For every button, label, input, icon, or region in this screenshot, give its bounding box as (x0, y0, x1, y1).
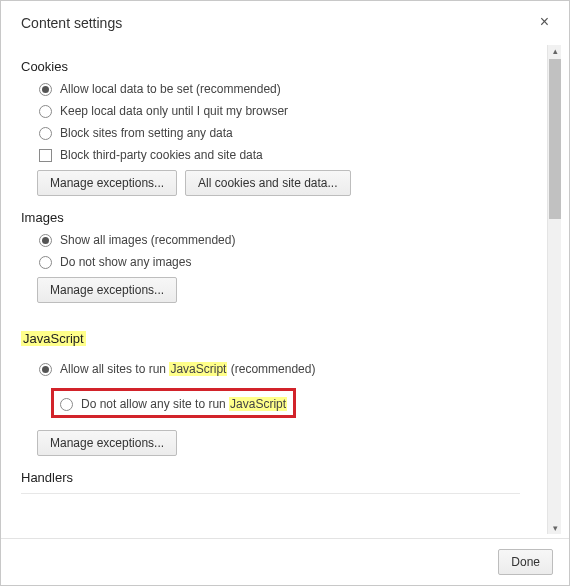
highlight: JavaScript (229, 397, 287, 411)
manage-exceptions-button[interactable]: Manage exceptions... (37, 170, 177, 196)
divider (21, 493, 520, 494)
scroll-up-icon[interactable]: ▴ (548, 44, 562, 58)
radio-icon (39, 363, 52, 376)
javascript-option-allow[interactable]: Allow all sites to run JavaScript (recom… (39, 362, 541, 376)
all-cookies-data-button[interactable]: All cookies and site data... (185, 170, 350, 196)
radio-icon (39, 256, 52, 269)
text: (recommended) (227, 362, 315, 376)
option-label: Do not show any images (60, 255, 191, 269)
option-label: Block third-party cookies and site data (60, 148, 263, 162)
option-label: Block sites from setting any data (60, 126, 233, 140)
close-icon[interactable]: × (534, 11, 555, 33)
javascript-options: Allow all sites to run JavaScript (recom… (21, 362, 541, 424)
cookies-options: Allow local data to be set (recommended)… (21, 82, 541, 162)
option-label: Do not allow any site to run JavaScript (81, 397, 287, 411)
text: Do not allow any site to run (81, 397, 229, 411)
annotation-red-box: Do not allow any site to run JavaScript (51, 388, 296, 418)
checkbox-icon (39, 149, 52, 162)
cookies-buttons: Manage exceptions... All cookies and sit… (37, 170, 541, 196)
radio-icon (39, 83, 52, 96)
option-label: Keep local data only until I quit my bro… (60, 104, 288, 118)
section-title-cookies: Cookies (21, 59, 541, 74)
done-button[interactable]: Done (498, 549, 553, 575)
radio-icon (39, 234, 52, 247)
scrollbar-thumb[interactable] (549, 59, 561, 219)
highlight: JavaScript (169, 362, 227, 376)
images-option-show[interactable]: Show all images (recommended) (39, 233, 541, 247)
cookies-option-block[interactable]: Block sites from setting any data (39, 126, 541, 140)
scroll-viewport: Cookies Allow local data to be set (reco… (21, 45, 541, 534)
cookies-block-thirdparty[interactable]: Block third-party cookies and site data (39, 148, 541, 162)
option-label: Allow all sites to run JavaScript (recom… (60, 362, 315, 376)
manage-exceptions-button[interactable]: Manage exceptions... (37, 277, 177, 303)
javascript-option-block[interactable]: Do not allow any site to run JavaScript (60, 397, 287, 411)
cookies-option-session[interactable]: Keep local data only until I quit my bro… (39, 104, 541, 118)
section-title-images: Images (21, 210, 541, 225)
dialog-title: Content settings (21, 15, 122, 31)
dialog-footer: Done (1, 538, 569, 585)
radio-icon (39, 127, 52, 140)
images-buttons: Manage exceptions... (37, 277, 541, 303)
images-option-hide[interactable]: Do not show any images (39, 255, 541, 269)
section-title-handlers: Handlers (21, 470, 541, 485)
option-label: Allow local data to be set (recommended) (60, 82, 281, 96)
javascript-buttons: Manage exceptions... (37, 430, 541, 456)
radio-icon (60, 398, 73, 411)
images-options: Show all images (recommended) Do not sho… (21, 233, 541, 269)
cookies-option-allow[interactable]: Allow local data to be set (recommended) (39, 82, 541, 96)
radio-icon (39, 105, 52, 118)
dialog-header: Content settings × (1, 1, 569, 41)
scrollbar[interactable]: ▴ ▾ (547, 45, 561, 534)
option-label: Show all images (recommended) (60, 233, 235, 247)
manage-exceptions-button[interactable]: Manage exceptions... (37, 430, 177, 456)
content-area: Cookies Allow local data to be set (reco… (1, 41, 569, 538)
section-title-javascript: JavaScript (21, 331, 86, 346)
text: Allow all sites to run (60, 362, 169, 376)
scroll-down-icon[interactable]: ▾ (548, 521, 562, 535)
